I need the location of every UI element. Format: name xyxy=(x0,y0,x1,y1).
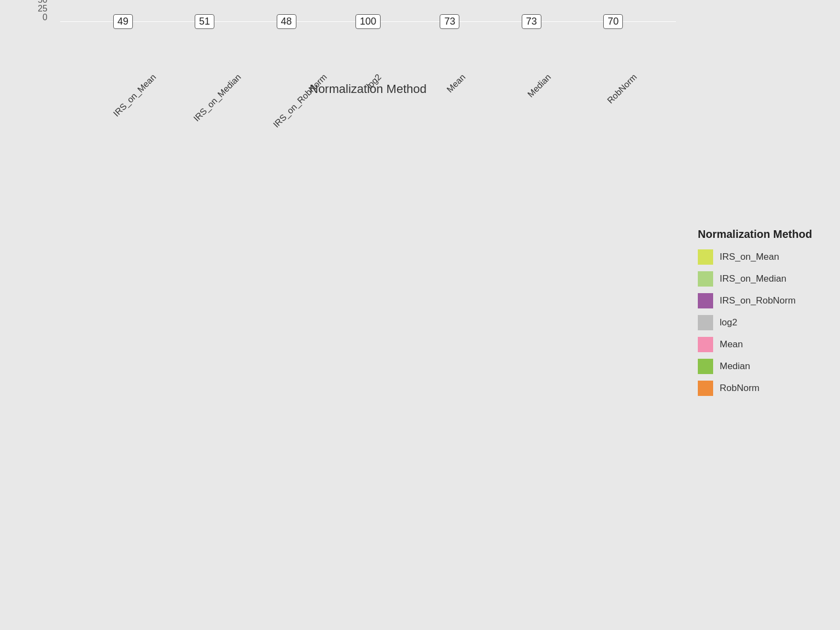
bar-label-log2: 100 xyxy=(355,14,381,29)
x-tick-labels: IRS_on_MeanIRS_on_MedianIRS_on_RobNormlo… xyxy=(82,67,654,82)
legend-item-IRS_on_RobNorm: IRS_on_RobNorm xyxy=(698,293,824,308)
bar-label-RobNorm: 70 xyxy=(603,14,623,29)
chart-container: 0 25 50 75 100 495148100737370 IRS_on_Me… xyxy=(0,0,840,630)
legend-color-Median xyxy=(698,359,713,374)
x-tick-IRS_on_Mean: IRS_on_Mean xyxy=(90,67,156,82)
bar-label-Median: 73 xyxy=(522,14,541,29)
x-tick-Median: Median xyxy=(499,67,564,82)
legend-item-IRS_on_Median: IRS_on_Median xyxy=(698,271,824,287)
legend: Normalization Method IRS_on_MeanIRS_on_M… xyxy=(687,217,829,413)
legend-item-log2: log2 xyxy=(698,315,824,330)
legend-item-RobNorm: RobNorm xyxy=(698,381,824,396)
legend-title: Normalization Method xyxy=(698,228,824,241)
bar-label-IRS_on_Mean: 49 xyxy=(113,14,133,29)
legend-label-IRS_on_Mean: IRS_on_Mean xyxy=(720,252,779,262)
legend-item-Mean: Mean xyxy=(698,337,824,352)
legend-label-IRS_on_RobNorm: IRS_on_RobNorm xyxy=(720,295,796,306)
legend-color-IRS_on_RobNorm xyxy=(698,293,713,308)
legend-color-IRS_on_Median xyxy=(698,271,713,287)
bar-label-Mean: 73 xyxy=(440,14,459,29)
legend-color-Mean xyxy=(698,337,713,352)
x-tick-IRS_on_Median: IRS_on_Median xyxy=(172,67,237,82)
x-tick-RobNorm: RobNorm xyxy=(580,67,646,82)
legend-label-log2: log2 xyxy=(720,317,737,328)
x-tick-Mean: Mean xyxy=(417,67,482,82)
legend-label-IRS_on_Median: IRS_on_Median xyxy=(720,273,786,284)
legend-color-RobNorm xyxy=(698,381,713,396)
legend-label-Median: Median xyxy=(720,361,750,372)
y-tick-0: 0 xyxy=(33,13,52,22)
legend-item-Median: Median xyxy=(698,359,824,374)
legend-color-IRS_on_Mean xyxy=(698,249,713,265)
x-tick-IRS_on_RobNorm: IRS_on_RobNorm xyxy=(254,67,319,82)
legend-item-IRS_on_Mean: IRS_on_Mean xyxy=(698,249,824,265)
legend-items: IRS_on_MeanIRS_on_MedianIRS_on_RobNormlo… xyxy=(698,249,824,402)
legend-label-RobNorm: RobNorm xyxy=(720,383,760,394)
legend-color-log2 xyxy=(698,315,713,330)
x-tick-log2: log2 xyxy=(335,67,401,82)
bar-label-IRS_on_Median: 51 xyxy=(195,14,214,29)
chart-area: 0 25 50 75 100 495148100737370 IRS_on_Me… xyxy=(33,22,676,608)
y-tick-25: 25 xyxy=(33,4,52,13)
bar-label-IRS_on_RobNorm: 48 xyxy=(277,14,296,29)
legend-label-Mean: Mean xyxy=(720,339,743,350)
